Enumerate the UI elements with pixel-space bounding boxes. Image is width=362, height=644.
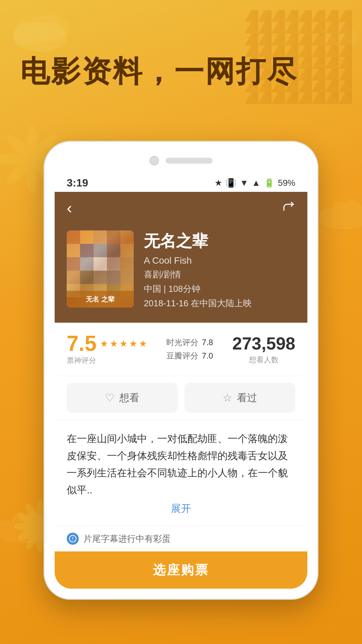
battery-percent: 59%	[278, 178, 295, 188]
svg-rect-37	[107, 244, 120, 257]
buy-ticket-button[interactable]: 选座购票	[55, 551, 307, 589]
cloud-top-left-icon	[10, 10, 70, 54]
phone-mockup: 3:19 ★ 📳 ▼ ▲ 🔋 59% ‹	[44, 141, 318, 600]
battery-icon: 🔋	[264, 178, 275, 188]
svg-rect-44	[67, 271, 80, 284]
douban-rating: 豆瓣评分 7.0	[166, 351, 213, 361]
phone-screen: 3:19 ★ 📳 ▼ ▲ 🔋 59% ‹	[55, 171, 307, 589]
movie-title-chinese: 无名之辈	[144, 230, 295, 252]
svg-rect-35	[80, 244, 94, 257]
movie-release-date: 2018-11-16 在中国大陆上映	[144, 298, 295, 309]
cloud-right-icon	[315, 195, 362, 235]
svg-rect-32	[107, 230, 120, 244]
expand-button[interactable]: 展开	[67, 498, 295, 519]
rating-score: 7.5	[67, 333, 97, 354]
svg-rect-41	[94, 257, 107, 271]
svg-point-15	[23, 150, 41, 168]
phone-top-bar	[55, 152, 307, 171]
svg-rect-42	[107, 257, 120, 271]
rating-main-label: 票神评分	[67, 356, 96, 366]
svg-rect-43	[120, 257, 134, 271]
svg-rect-45	[80, 271, 94, 284]
movie-genre: 喜剧/剧情	[144, 269, 295, 280]
svg-rect-36	[94, 244, 107, 257]
star-outline-icon: ☆	[223, 391, 232, 404]
svg-rect-40	[80, 257, 94, 271]
shiguang-rating: 时光评分 7.8	[166, 337, 213, 348]
description-section: 在一座山间小城中，一对低配劫匪、一个落魄的泼皮保安、一个身体残疾却性格彪悍的残毒…	[55, 420, 307, 526]
status-time: 3:19	[67, 177, 88, 189]
rating-stars: ★ ★ ★ ★ ★	[100, 338, 147, 349]
share-button[interactable]	[282, 200, 295, 216]
back-button[interactable]: ‹	[67, 199, 72, 217]
movie-info: 无名之辈 A Cool Fish 喜剧/剧情 中国 | 108分钟 2018-1…	[144, 230, 295, 309]
svg-rect-39	[67, 257, 80, 271]
wifi-icon: ▼	[240, 178, 248, 188]
phone-frame: 3:19 ★ 📳 ▼ ▲ 🔋 59% ‹	[44, 141, 318, 600]
svg-rect-29	[67, 230, 80, 244]
svg-rect-48	[120, 271, 134, 284]
bluetooth-icon: ★	[215, 178, 222, 188]
phone-speaker	[166, 158, 213, 164]
movie-poster: 无名 之辈	[67, 230, 134, 308]
other-ratings: 时光评分 7.8 豆瓣评分 7.0	[166, 337, 213, 361]
douban-label: 豆瓣评分	[166, 351, 198, 361]
star-4-icon: ★	[129, 338, 137, 349]
watched-label: 看过	[237, 391, 257, 405]
star-2-icon: ★	[110, 338, 118, 349]
star-1-icon: ★	[100, 338, 108, 349]
douban-score: 7.0	[202, 351, 213, 361]
shiguang-label: 时光评分	[166, 337, 198, 348]
main-rating: 7.5 ★ ★ ★ ★ ★ 票神评分	[67, 333, 147, 366]
star-3-icon: ★	[119, 338, 128, 349]
want-to-watch-button[interactable]: ♡ 想看	[67, 383, 178, 413]
svg-rect-47	[107, 271, 120, 284]
svg-rect-46	[94, 271, 107, 284]
watched-button[interactable]: ☆ 看过	[184, 383, 295, 413]
movie-title-english: A Cool Fish	[144, 255, 295, 266]
poster-text: 无名 之辈	[86, 295, 115, 304]
vibrate-icon: 📳	[226, 178, 236, 188]
nav-bar: ‹	[55, 192, 307, 224]
want-label: 想看人数	[249, 355, 279, 365]
shiguang-score: 7.8	[202, 338, 213, 347]
status-bar: 3:19 ★ 📳 ▼ ▲ 🔋 59%	[55, 171, 307, 192]
svg-rect-38	[120, 244, 134, 257]
action-buttons: ♡ 想看 ☆ 看过	[55, 376, 307, 420]
status-icons: ★ 📳 ▼ ▲ 🔋 59%	[215, 178, 295, 188]
info-icon	[67, 533, 79, 545]
phone-camera	[149, 156, 159, 165]
star-5-half-icon: ★	[139, 338, 147, 349]
movie-header: 无名 之辈 无名之辈 A Cool Fish 喜剧/剧情 中国 | 108分钟 …	[55, 224, 307, 323]
want-label: 想看	[119, 391, 139, 405]
want-count: 273,598	[232, 333, 295, 354]
poster-mosaic: 无名 之辈	[67, 230, 134, 308]
signal-icon: ▲	[252, 178, 260, 188]
svg-rect-30	[80, 230, 94, 244]
heart-icon: ♡	[105, 391, 115, 404]
easter-egg-text: 片尾字幕进行中有彩蛋	[83, 533, 171, 545]
poster-overlay: 无名 之辈	[67, 291, 134, 308]
movie-country-duration: 中国 | 108分钟	[144, 283, 295, 295]
description-text: 在一座山间小城中，一对低配劫匪、一个落魄的泼皮保安、一个身体残疾却性格彪悍的残毒…	[67, 430, 295, 498]
svg-rect-34	[67, 244, 80, 257]
svg-rect-33	[120, 230, 134, 244]
ratings-section: 7.5 ★ ★ ★ ★ ★ 票神评分 时光评分	[55, 323, 307, 376]
page-headline: 电影资料，一网打尽	[20, 54, 298, 89]
svg-rect-31	[94, 230, 107, 244]
want-count-section: 273,598 想看人数	[232, 333, 295, 365]
easter-egg-section: 片尾字幕进行中有彩蛋	[55, 526, 307, 551]
